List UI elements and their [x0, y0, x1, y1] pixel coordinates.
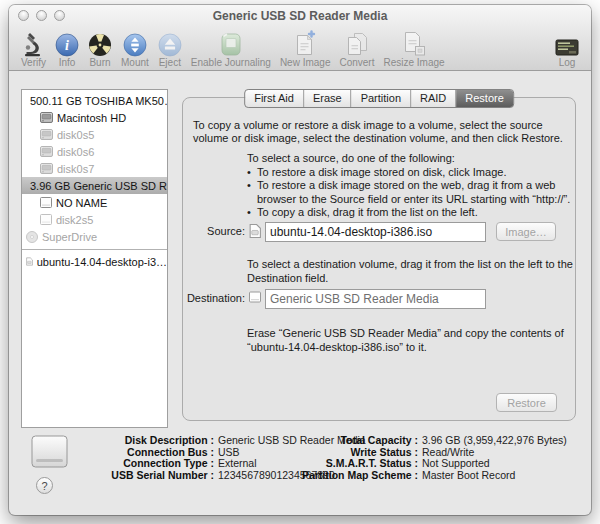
- toolbar-burn-button[interactable]: Burn: [88, 30, 112, 69]
- toolbar-enable-journaling-button[interactable]: Enable Journaling: [191, 30, 271, 69]
- eject-icon: [158, 30, 182, 57]
- toolbar-convert-button[interactable]: Convert: [339, 30, 374, 69]
- sidebar-item-label: disk2s5: [56, 214, 93, 226]
- sidebar-item-label: 3.96 GB Generic USB SD Re…: [30, 180, 167, 192]
- toolbar-label: Verify: [21, 57, 46, 68]
- toolbar-label: Mount: [121, 57, 149, 68]
- internal-drive-icon: [40, 129, 53, 140]
- svg-text:i: i: [65, 38, 69, 53]
- device-info-right: Total Capacity : 3.96 GB (3,959,422,976 …: [271, 435, 567, 481]
- window-title: Generic USB SD Reader Media: [69, 9, 531, 23]
- external-drive-icon: [40, 214, 52, 225]
- destination-field[interactable]: Generic USB SD Reader Media: [265, 289, 486, 309]
- sidebar-item-label: disk0s7: [57, 163, 94, 175]
- disk-utility-window: Generic USB SD Reader Media Verify: [9, 5, 591, 515]
- convert-icon: [344, 30, 370, 57]
- toolbar-new-image-button[interactable]: New Image: [280, 30, 331, 69]
- restore-pane: First Aid Erase Partition RAID Restore T…: [182, 97, 576, 421]
- new-image-icon: [293, 30, 317, 57]
- optical-drive-icon: [26, 231, 38, 243]
- mount-icon: [123, 30, 147, 57]
- bullet-item: •To restore a disk image stored on the w…: [247, 179, 571, 206]
- journaling-disk-icon: [219, 30, 243, 57]
- toolbar-label: Enable Journaling: [191, 57, 271, 68]
- image-button[interactable]: Image…: [496, 222, 556, 241]
- burn-icon: [88, 30, 112, 57]
- erase-note-text: Erase “Generic USB SD Reader Media” and …: [247, 327, 579, 354]
- destination-help-text: To select a destination volume, drag it …: [247, 258, 577, 285]
- internal-drive-icon: [40, 163, 53, 174]
- restore-button[interactable]: Restore: [496, 393, 557, 412]
- source-field-value: ubuntu-14.04-desktop-i386.iso: [270, 225, 432, 239]
- disk-image-icon: [26, 255, 33, 268]
- sidebar-item-superdrive[interactable]: SuperDrive: [22, 228, 167, 245]
- toolbar-mount-button[interactable]: Mount: [121, 30, 149, 69]
- sidebar-item-disk0s6[interactable]: disk0s6: [22, 143, 167, 160]
- info-row: Total Capacity : 3.96 GB (3,959,422,976 …: [271, 435, 567, 447]
- device-list: 500.11 GB TOSHIBA MK50… Macintosh HD dis…: [21, 89, 168, 428]
- sidebar-item-disk0s7[interactable]: disk0s7: [22, 160, 167, 177]
- toolbar-label: Eject: [159, 57, 181, 68]
- bullet-item: •To copy a disk, drag it from the list o…: [247, 206, 571, 220]
- destination-label: Destination:: [183, 292, 245, 304]
- sidebar-item-ubuntu-iso[interactable]: ubuntu-14.04-desktop-i3…: [22, 253, 167, 270]
- sidebar-item-label: disk0s5: [57, 129, 94, 141]
- toolbar-label: Log: [559, 57, 576, 68]
- sidebar-item-label: Macintosh HD: [57, 112, 126, 124]
- list-separator: [22, 249, 167, 250]
- source-help-bullets: •To restore a disk image stored on disk,…: [247, 166, 571, 220]
- close-button[interactable]: [18, 10, 29, 21]
- source-label: Source:: [183, 225, 245, 237]
- resize-image-icon: [401, 30, 427, 57]
- info-icon: i: [55, 30, 79, 57]
- source-disk-image-icon: [249, 224, 261, 240]
- toolbar-eject-button[interactable]: Eject: [158, 30, 182, 69]
- toolbar-label: New Image: [280, 57, 331, 68]
- sidebar-item-label: SuperDrive: [42, 231, 97, 243]
- bullet-glyph: •: [247, 179, 257, 206]
- internal-drive-icon: [40, 146, 53, 157]
- toolbar-verify-button[interactable]: Verify: [21, 30, 46, 69]
- selected-device-icon: [31, 435, 68, 472]
- destination-drive-icon: [249, 291, 261, 305]
- sidebar-item-label: disk0s6: [57, 146, 94, 158]
- window-header: Generic USB SD Reader Media Verify: [9, 5, 591, 71]
- sidebar-item-toshiba-disk[interactable]: 500.11 GB TOSHIBA MK50…: [22, 92, 167, 109]
- sidebar-item-disk0s5[interactable]: disk0s5: [22, 126, 167, 143]
- help-button[interactable]: ?: [36, 477, 53, 494]
- destination-field-value: Generic USB SD Reader Media: [270, 292, 439, 306]
- sidebar-item-no-name[interactable]: NO NAME: [22, 194, 167, 211]
- toolbar-label: Resize Image: [383, 57, 444, 68]
- toolbar-label: Convert: [339, 57, 374, 68]
- window-controls: [18, 10, 65, 21]
- sidebar-item-label: ubuntu-14.04-desktop-i3…: [37, 256, 167, 268]
- restore-intro-text: To copy a volume or restore a disk image…: [193, 119, 571, 145]
- info-row: Write Status : Read/Write: [271, 447, 567, 459]
- sidebar-item-macintosh-hd[interactable]: Macintosh HD: [22, 109, 167, 126]
- sidebar-item-generic-usb-sd[interactable]: 3.96 GB Generic USB SD Re…: [22, 177, 167, 194]
- sidebar-item-disk2s5[interactable]: disk2s5: [22, 211, 167, 228]
- info-row: Partition Map Scheme : Master Boot Recor…: [271, 470, 567, 482]
- bullet-item: •To restore a disk image stored on disk,…: [247, 166, 571, 180]
- minimize-button[interactable]: [36, 10, 47, 21]
- source-help-block: To select a source, do one of the follow…: [247, 152, 571, 220]
- window-content: 500.11 GB TOSHIBA MK50… Macintosh HD dis…: [9, 71, 591, 515]
- microscope-icon: [23, 30, 45, 57]
- toolbar-log-button[interactable]: Log: [555, 30, 579, 69]
- log-icon: [555, 30, 579, 57]
- source-field[interactable]: ubuntu-14.04-desktop-i386.iso: [265, 222, 486, 242]
- source-help-title: To select a source, do one of the follow…: [247, 152, 571, 166]
- external-drive-icon: [40, 197, 52, 208]
- toolbar: Verify i Info: [21, 26, 579, 69]
- toolbar-info-button[interactable]: i Info: [55, 30, 79, 69]
- internal-drive-icon: [40, 112, 53, 123]
- sidebar-item-label: 500.11 GB TOSHIBA MK50…: [30, 95, 167, 107]
- sidebar-item-label: NO NAME: [56, 197, 107, 209]
- bullet-glyph: •: [247, 206, 257, 220]
- toolbar-label: Burn: [89, 57, 110, 68]
- toolbar-label: Info: [59, 57, 76, 68]
- zoom-button[interactable]: [54, 10, 65, 21]
- bullet-glyph: •: [247, 166, 257, 180]
- toolbar-resize-image-button[interactable]: Resize Image: [383, 30, 444, 69]
